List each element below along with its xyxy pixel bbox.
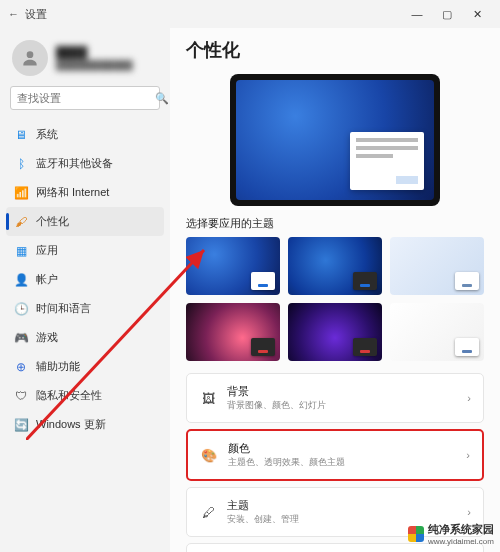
sidebar-item-10[interactable]: 🔄Windows 更新 (6, 410, 164, 439)
theme-mini-window (455, 272, 479, 290)
sidebar-item-1[interactable]: ᛒ蓝牙和其他设备 (6, 149, 164, 178)
nav-label: 蓝牙和其他设备 (36, 156, 113, 171)
theme-section-label: 选择要应用的主题 (186, 216, 484, 231)
chevron-right-icon: › (467, 392, 471, 404)
theme-mini-window (353, 338, 377, 356)
nav-icon: ᛒ (14, 157, 28, 171)
card-title: 颜色 (228, 441, 456, 456)
nav-icon: 🖌 (14, 215, 28, 229)
preview-window (350, 132, 424, 190)
watermark: 纯净系统家园 www.yidaimei.com (408, 522, 494, 546)
nav-label: 游戏 (36, 330, 58, 345)
desktop-preview (230, 74, 440, 206)
sidebar-item-9[interactable]: 🛡隐私和安全性 (6, 381, 164, 410)
user-account-row[interactable]: ████ ████████████ (6, 36, 164, 86)
sidebar-item-5[interactable]: 👤帐户 (6, 265, 164, 294)
nav-icon: 🕒 (14, 302, 28, 316)
chevron-right-icon: › (467, 506, 471, 518)
nav-icon: ⊕ (14, 360, 28, 374)
watermark-shield-icon (408, 526, 424, 542)
nav-icon: 🛡 (14, 389, 28, 403)
settings-card-0[interactable]: 🖼 背景 背景图像、颜色、幻灯片 › (186, 373, 484, 423)
watermark-url: www.yidaimei.com (428, 537, 494, 546)
theme-mini-window (251, 272, 275, 290)
titlebar: ← 设置 — ▢ ✕ (0, 0, 500, 28)
theme-tile-1[interactable] (288, 237, 382, 295)
chevron-right-icon: › (466, 449, 470, 461)
nav-icon: 🖥 (14, 128, 28, 142)
nav-label: 个性化 (36, 214, 69, 229)
sidebar-item-2[interactable]: 📶网络和 Internet (6, 178, 164, 207)
card-icon: 🖼 (199, 391, 217, 406)
sidebar-item-0[interactable]: 🖥系统 (6, 120, 164, 149)
nav-label: 应用 (36, 243, 58, 258)
window-title: 设置 (25, 7, 47, 22)
user-name: ████ (56, 46, 133, 58)
sidebar-item-3[interactable]: 🖌个性化 (6, 207, 164, 236)
main-content: 个性化 选择要应用的主题 🖼 背景 背景图像、颜色、幻灯片 › 🎨 颜色 主题色… (170, 28, 500, 552)
nav-list: 🖥系统ᛒ蓝牙和其他设备📶网络和 Internet🖌个性化▦应用👤帐户🕒时间和语言… (6, 120, 164, 439)
search-icon: 🔍 (155, 92, 169, 105)
nav-label: 网络和 Internet (36, 185, 109, 200)
settings-card-1[interactable]: 🎨 颜色 主题色、透明效果、颜色主题 › (186, 429, 484, 481)
theme-mini-window (353, 272, 377, 290)
nav-icon: 📶 (14, 186, 28, 200)
maximize-button[interactable]: ▢ (432, 2, 462, 26)
theme-mini-window (251, 338, 275, 356)
card-icon: 🖊 (199, 505, 217, 520)
nav-label: 系统 (36, 127, 58, 142)
theme-grid (186, 237, 484, 361)
card-subtitle: 背景图像、颜色、幻灯片 (227, 399, 457, 412)
card-icon: 🎨 (200, 448, 218, 463)
card-subtitle: 主题色、透明效果、颜色主题 (228, 456, 456, 469)
svg-point-0 (27, 51, 34, 58)
nav-label: 辅助功能 (36, 359, 80, 374)
sidebar-item-7[interactable]: 🎮游戏 (6, 323, 164, 352)
theme-tile-5[interactable] (390, 303, 484, 361)
theme-tile-4[interactable] (288, 303, 382, 361)
sidebar-item-8[interactable]: ⊕辅助功能 (6, 352, 164, 381)
nav-icon: ▦ (14, 244, 28, 258)
card-title: 主题 (227, 498, 457, 513)
theme-tile-0[interactable] (186, 237, 280, 295)
back-icon[interactable]: ← (8, 8, 19, 20)
theme-tile-2[interactable] (390, 237, 484, 295)
sidebar: ████ ████████████ 🔍 🖥系统ᛒ蓝牙和其他设备📶网络和 Inte… (0, 28, 170, 552)
watermark-text: 纯净系统家园 (428, 522, 494, 537)
avatar (12, 40, 48, 76)
nav-icon: 🔄 (14, 418, 28, 432)
sidebar-item-6[interactable]: 🕒时间和语言 (6, 294, 164, 323)
sidebar-item-4[interactable]: ▦应用 (6, 236, 164, 265)
user-email: ████████████ (56, 60, 133, 70)
minimize-button[interactable]: — (402, 2, 432, 26)
card-title: 背景 (227, 384, 457, 399)
nav-label: 帐户 (36, 272, 58, 287)
nav-label: Windows 更新 (36, 417, 106, 432)
theme-tile-3[interactable] (186, 303, 280, 361)
theme-mini-window (455, 338, 479, 356)
nav-icon: 👤 (14, 273, 28, 287)
search-input[interactable] (17, 92, 155, 104)
nav-label: 时间和语言 (36, 301, 91, 316)
nav-label: 隐私和安全性 (36, 388, 102, 403)
nav-icon: 🎮 (14, 331, 28, 345)
search-box[interactable]: 🔍 (10, 86, 160, 110)
close-button[interactable]: ✕ (462, 2, 492, 26)
page-title: 个性化 (186, 38, 484, 62)
